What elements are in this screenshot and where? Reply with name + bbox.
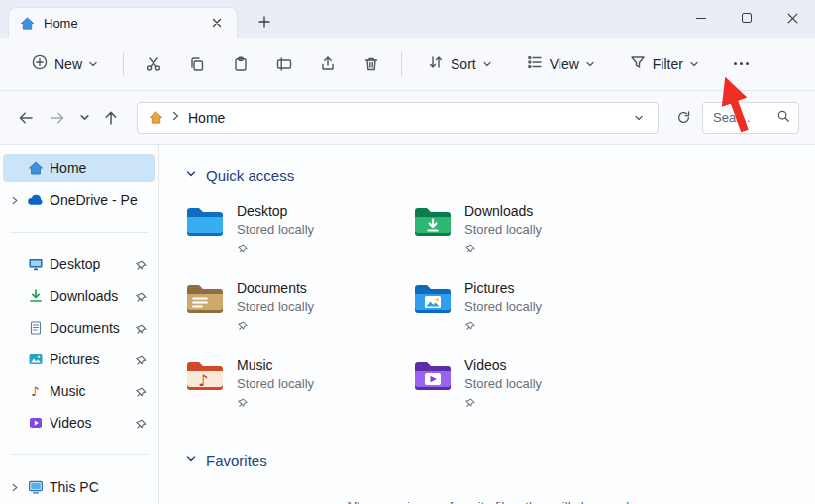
documents-folder-icon bbox=[185, 282, 225, 316]
chevron-down-icon bbox=[88, 56, 98, 72]
tile-status: Stored locally bbox=[237, 298, 314, 316]
maximize-button[interactable] bbox=[724, 0, 769, 36]
sidebar-separator bbox=[10, 232, 149, 233]
up-button[interactable] bbox=[95, 102, 127, 134]
breadcrumb-home[interactable]: Home bbox=[186, 110, 227, 126]
pin-icon bbox=[136, 322, 148, 334]
sidebar-item-label: Downloads bbox=[50, 288, 130, 304]
svg-text:♪: ♪ bbox=[31, 384, 39, 399]
sort-button[interactable]: Sort bbox=[418, 47, 501, 81]
tile-videos[interactable]: Videos Stored locally bbox=[413, 356, 641, 410]
pin-icon bbox=[465, 396, 477, 408]
chevron-down-icon bbox=[585, 56, 595, 72]
sidebar-item-desktop[interactable]: Desktop bbox=[3, 251, 155, 278]
sidebar-item-onedrive[interactable]: OneDrive - Pe bbox=[3, 186, 155, 214]
chevron-down-icon bbox=[482, 56, 492, 72]
videos-icon bbox=[27, 415, 44, 432]
chevron-right-icon[interactable] bbox=[7, 480, 21, 494]
tile-text: Desktop Stored locally bbox=[237, 202, 314, 255]
refresh-icon bbox=[675, 109, 692, 126]
chevron-down-icon bbox=[79, 112, 90, 123]
chevron-down-icon bbox=[689, 56, 699, 72]
tile-documents[interactable]: Documents Stored locally bbox=[185, 279, 413, 333]
tile-desktop[interactable]: Desktop Stored locally bbox=[185, 202, 413, 255]
recent-locations-button[interactable] bbox=[73, 102, 95, 134]
pin-icon bbox=[465, 319, 477, 331]
rename-button[interactable] bbox=[264, 47, 304, 82]
pin-icon bbox=[238, 396, 250, 408]
search-input[interactable]: Sear... bbox=[702, 102, 799, 134]
view-list-icon bbox=[526, 53, 544, 74]
address-bar[interactable]: Home bbox=[137, 102, 659, 134]
onedrive-cloud-icon bbox=[27, 192, 44, 209]
cut-button[interactable] bbox=[134, 47, 173, 82]
desktop-icon bbox=[27, 256, 44, 273]
tile-status: Stored locally bbox=[464, 221, 542, 239]
sidebar-item-music[interactable]: ♪ Music bbox=[3, 377, 155, 405]
clipboard-icon bbox=[232, 55, 250, 73]
this-pc-icon bbox=[27, 479, 44, 496]
chevron-slot bbox=[7, 384, 21, 398]
downloads-icon bbox=[27, 288, 44, 305]
sort-icon bbox=[427, 53, 445, 74]
tile-music[interactable]: ♪ Music Stored locally bbox=[185, 356, 413, 410]
sidebar-item-home[interactable]: Home bbox=[3, 154, 155, 182]
toolbar-separator bbox=[401, 52, 402, 76]
close-icon bbox=[787, 13, 798, 24]
tile-name: Documents bbox=[237, 279, 314, 298]
svg-text:♪: ♪ bbox=[198, 371, 208, 390]
tile-status: Stored locally bbox=[464, 298, 542, 316]
plus-circle-icon bbox=[31, 53, 49, 74]
pin-icon bbox=[136, 385, 148, 397]
paste-button[interactable] bbox=[221, 47, 260, 82]
new-tab-button[interactable] bbox=[252, 9, 277, 35]
sidebar-item-pictures[interactable]: Pictures bbox=[3, 346, 155, 373]
section-title[interactable]: Favorites bbox=[206, 453, 267, 469]
tile-text: Music Stored locally bbox=[237, 356, 314, 410]
minimize-button[interactable] bbox=[678, 0, 724, 36]
refresh-button[interactable] bbox=[668, 103, 698, 133]
section-title[interactable]: Quick access bbox=[206, 167, 294, 184]
filter-button[interactable]: Filter bbox=[620, 47, 708, 81]
tile-downloads[interactable]: Downloads Stored locally bbox=[413, 202, 641, 255]
see-more-button[interactable] bbox=[722, 47, 762, 82]
forward-button[interactable] bbox=[42, 102, 73, 134]
section-header-favorites: Favorites bbox=[185, 450, 815, 471]
sidebar-item-documents[interactable]: Documents bbox=[3, 314, 155, 342]
close-button[interactable] bbox=[769, 0, 815, 36]
toolbar-separator bbox=[123, 52, 124, 76]
view-button[interactable]: View bbox=[517, 47, 604, 81]
home-icon bbox=[148, 109, 164, 126]
tile-pictures[interactable]: Pictures Stored locally bbox=[413, 279, 641, 333]
music-folder-icon: ♪ bbox=[185, 359, 225, 393]
pictures-icon bbox=[27, 352, 44, 368]
chevron-down-icon[interactable] bbox=[185, 454, 197, 468]
tab-home[interactable]: Home bbox=[8, 7, 238, 38]
copy-icon bbox=[188, 55, 206, 73]
sidebar-item-label: Videos bbox=[50, 415, 130, 431]
chevron-right-icon bbox=[170, 110, 180, 125]
search-placeholder: Sear... bbox=[713, 110, 776, 125]
pin-icon bbox=[136, 290, 148, 302]
chevron-down-icon[interactable] bbox=[185, 168, 197, 183]
sidebar-item-this-pc[interactable]: This PC bbox=[3, 473, 155, 501]
sidebar-item-videos[interactable]: Videos bbox=[3, 409, 155, 437]
share-button[interactable] bbox=[308, 47, 348, 82]
tile-name: Pictures bbox=[464, 279, 542, 298]
chevron-slot bbox=[7, 257, 21, 271]
copy-button[interactable] bbox=[177, 47, 217, 82]
quick-access-grid: Desktop Stored locally Downloads Stored … bbox=[185, 202, 815, 410]
favorites-empty-hint: After you pin your favorite files, they … bbox=[185, 499, 815, 504]
new-button[interactable]: New bbox=[22, 47, 107, 81]
sidebar-item-label: This PC bbox=[50, 479, 148, 495]
chevron-right-icon[interactable] bbox=[7, 193, 21, 207]
address-dropdown-button[interactable] bbox=[626, 105, 652, 131]
delete-button[interactable] bbox=[352, 47, 391, 82]
back-button[interactable] bbox=[10, 102, 42, 134]
downloads-folder-icon bbox=[413, 205, 453, 239]
chevron-slot bbox=[7, 416, 21, 430]
tab-close-icon[interactable] bbox=[207, 13, 227, 33]
sidebar-item-downloads[interactable]: Downloads bbox=[3, 282, 155, 310]
tile-text: Downloads Stored locally bbox=[464, 202, 542, 255]
filter-button-label: Filter bbox=[653, 56, 683, 72]
